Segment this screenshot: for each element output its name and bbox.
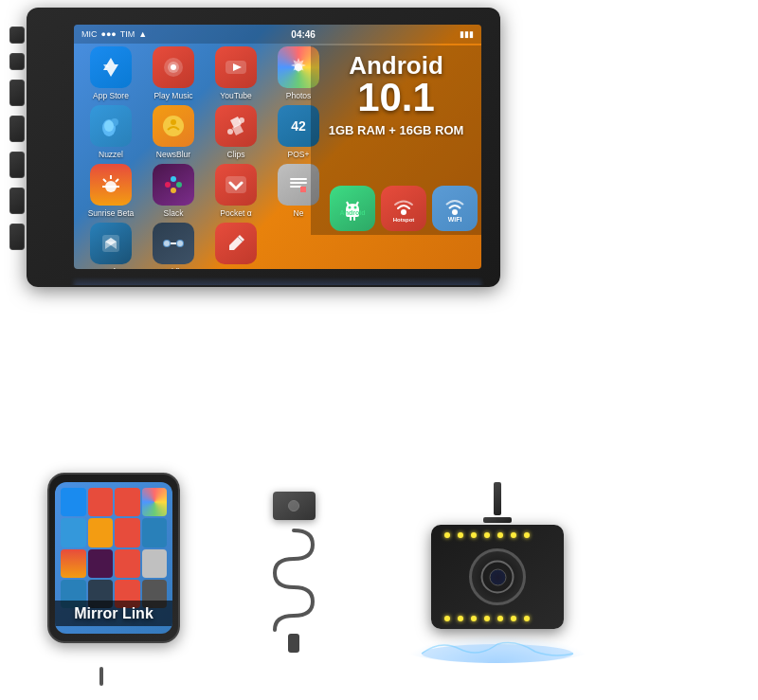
youtube-icon bbox=[215, 46, 257, 88]
app-clips[interactable]: Clips bbox=[207, 104, 265, 159]
status-right: ▮▮▮ bbox=[460, 29, 474, 39]
svg-point-12 bbox=[239, 117, 244, 123]
led-11 bbox=[484, 616, 490, 621]
pos-label: POS+ bbox=[288, 150, 310, 159]
mic-label: MIC bbox=[81, 29, 98, 39]
car-screen[interactable]: MIC ●●● TIM ▲ 04:46 ▮▮▮ bbox=[74, 25, 481, 269]
screen-reflection bbox=[74, 277, 481, 285]
led-12 bbox=[497, 616, 503, 621]
gps-container bbox=[208, 463, 379, 681]
app-workflow[interactable]: Workflow bbox=[144, 222, 203, 269]
svg-text:WiFi: WiFi bbox=[448, 216, 462, 223]
camera-lens bbox=[469, 548, 526, 605]
overlay-apps: Android Hotspot bbox=[330, 186, 478, 231]
svg-rect-18 bbox=[226, 176, 246, 193]
radio-unit: MIC ●●● TIM ▲ 04:46 ▮▮▮ bbox=[27, 8, 500, 415]
mic-button bbox=[9, 27, 25, 44]
svg-rect-21 bbox=[290, 186, 301, 188]
pocket-icon bbox=[215, 164, 257, 206]
android-overlay: Android 10.1 1GB RAM + 16GB ROM Android bbox=[311, 45, 481, 235]
svg-rect-19 bbox=[290, 178, 307, 180]
android-specs: 1GB RAM + 16GB ROM bbox=[329, 123, 464, 137]
wifi-app-icon: WiFi bbox=[432, 186, 478, 231]
appstore-label: App Store bbox=[93, 91, 129, 100]
svg-point-11 bbox=[227, 129, 233, 135]
phone-screen: Mirror Link bbox=[55, 482, 172, 634]
sunrise-icon bbox=[90, 164, 132, 206]
donote-icon bbox=[215, 223, 257, 264]
app-grid: App Store Play Music bbox=[81, 45, 328, 269]
led-5 bbox=[497, 532, 503, 538]
svg-point-26 bbox=[177, 241, 183, 246]
camera-aperture bbox=[489, 568, 506, 585]
svg-point-32 bbox=[452, 209, 458, 215]
led-3 bbox=[471, 532, 477, 538]
svg-rect-16 bbox=[176, 182, 182, 188]
appstore-icon bbox=[90, 46, 132, 88]
app-pocket[interactable]: Pocket α bbox=[207, 163, 265, 218]
camera-bracket bbox=[483, 517, 512, 523]
power-button[interactable] bbox=[9, 80, 25, 106]
led-4 bbox=[484, 532, 490, 538]
clips-icon bbox=[215, 105, 257, 147]
accessories-section: Mirror Link bbox=[28, 458, 739, 686]
battery-icon: ▮▮▮ bbox=[460, 29, 474, 39]
svg-point-10 bbox=[171, 119, 176, 125]
vol-down-button[interactable] bbox=[9, 224, 25, 250]
app-newsblur[interactable]: NewsBlur bbox=[144, 104, 203, 159]
rst-button bbox=[9, 53, 25, 70]
svg-point-34 bbox=[422, 644, 573, 663]
camera-mount bbox=[494, 482, 501, 515]
drafts-icon bbox=[90, 223, 132, 264]
time-display: 04:46 bbox=[291, 29, 316, 40]
youtube-label: YouTube bbox=[220, 91, 251, 100]
playmusic-label: Play Music bbox=[153, 91, 192, 100]
vol-up-button[interactable] bbox=[9, 188, 25, 214]
svg-rect-17 bbox=[171, 188, 176, 193]
app-drafts[interactable]: Drafts bbox=[81, 222, 140, 269]
app-youtube[interactable]: YouTube bbox=[207, 45, 265, 100]
led-7 bbox=[524, 532, 530, 538]
radio-body: MIC ●●● TIM ▲ 04:46 ▮▮▮ bbox=[27, 8, 500, 287]
led-1 bbox=[444, 532, 450, 538]
status-left: MIC ●●● TIM ▲ bbox=[81, 29, 147, 39]
phone-container: Mirror Link bbox=[28, 463, 199, 681]
led-13 bbox=[511, 616, 516, 621]
led-9 bbox=[458, 616, 463, 621]
drafts-label: Drafts bbox=[100, 267, 122, 270]
app-donote[interactable]: Do Note bbox=[207, 222, 265, 269]
pocket-label: Pocket α bbox=[220, 208, 251, 218]
gps-cable bbox=[265, 526, 322, 639]
app-slack[interactable]: Slack bbox=[144, 163, 203, 218]
signal-dots: ●●● bbox=[101, 29, 117, 39]
android-app-icon: Android bbox=[330, 186, 375, 231]
hotspot-app-icon: Hotspot bbox=[381, 186, 426, 231]
svg-text:Hotspot: Hotspot bbox=[393, 217, 415, 223]
donote-label: Do Note bbox=[221, 267, 250, 270]
camera-lens-inner bbox=[481, 561, 514, 594]
water-splash bbox=[403, 635, 592, 663]
svg-point-30 bbox=[401, 209, 406, 215]
mini-app-grid bbox=[59, 486, 169, 610]
slack-icon bbox=[153, 164, 194, 206]
workflow-icon bbox=[153, 223, 194, 264]
workflow-label: Workflow bbox=[157, 267, 190, 270]
back-button[interactable] bbox=[9, 152, 25, 178]
nuzzel-label: Nuzzel bbox=[99, 150, 123, 159]
app-sunrise[interactable]: Sunrise Beta bbox=[81, 163, 140, 218]
side-buttons bbox=[9, 27, 25, 250]
led-8 bbox=[444, 616, 450, 621]
led-6 bbox=[511, 532, 516, 538]
gps-module bbox=[273, 492, 316, 520]
nuzzel-icon bbox=[90, 105, 132, 147]
svg-point-8 bbox=[104, 120, 114, 132]
status-bar: MIC ●●● TIM ▲ 04:46 ▮▮▮ bbox=[74, 25, 481, 44]
playmusic-icon bbox=[153, 46, 194, 88]
app-playmusic[interactable]: Play Music bbox=[144, 45, 203, 100]
ne-label: Ne bbox=[294, 208, 304, 218]
home-button[interactable] bbox=[9, 116, 25, 142]
app-appstore[interactable]: App Store bbox=[81, 45, 140, 100]
led-14 bbox=[524, 616, 530, 621]
svg-point-2 bbox=[171, 64, 176, 70]
app-nuzzel[interactable]: Nuzzel bbox=[81, 104, 140, 159]
